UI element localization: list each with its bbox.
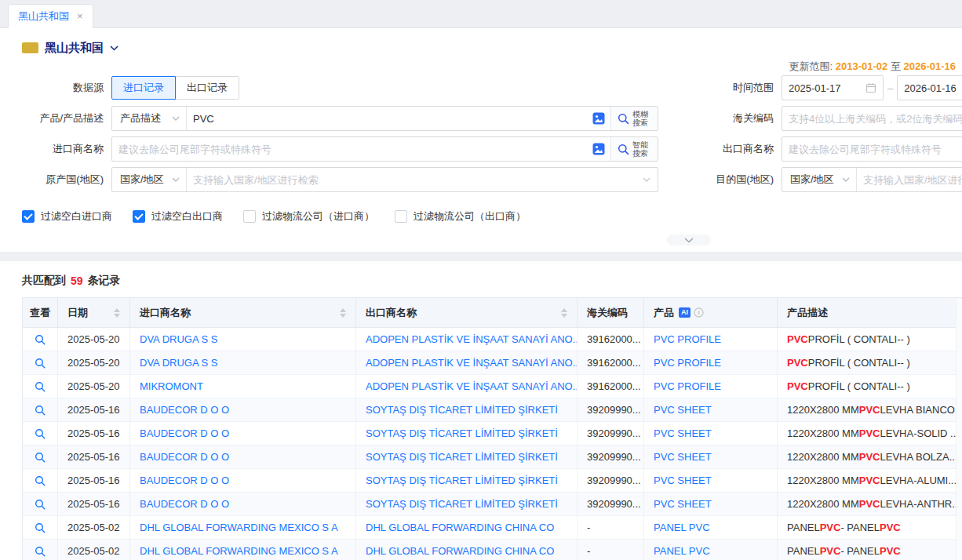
export-records-button[interactable]: 出口记录 bbox=[175, 76, 239, 100]
checkbox-icon[interactable] bbox=[22, 210, 35, 223]
view-record-button[interactable] bbox=[23, 469, 58, 493]
importer-link[interactable]: BAUDECOR D O O bbox=[130, 445, 356, 469]
importer-link[interactable]: DVA DRUGA S S bbox=[130, 351, 356, 375]
exporter-link[interactable]: ADOPEN PLASTİK VE İNŞAAT SANAYİ ANO... bbox=[356, 351, 578, 375]
product-link[interactable]: PVC SHEET bbox=[644, 445, 778, 469]
column-header-importer[interactable]: 进口商名称 bbox=[130, 298, 356, 328]
product-link[interactable]: PVC SHEET bbox=[644, 422, 778, 445]
product-link[interactable]: PVC SHEET bbox=[644, 469, 778, 493]
fuzzy-search-button[interactable]: 模糊搜索 bbox=[610, 107, 658, 130]
product-desc-select[interactable]: 产品描述 bbox=[112, 107, 187, 130]
info-icon[interactable]: i bbox=[694, 307, 704, 318]
hs-code-input[interactable] bbox=[782, 106, 962, 131]
view-record-button[interactable] bbox=[23, 375, 58, 398]
sort-icon[interactable] bbox=[107, 308, 120, 318]
importer-link[interactable]: DHL GLOBAL FORWARDING MEXICO S A bbox=[130, 516, 356, 540]
hs-code-cell: 39209990... bbox=[578, 445, 644, 469]
importer-link[interactable]: DVA DRUGA S S bbox=[130, 328, 356, 351]
view-record-button[interactable] bbox=[23, 351, 58, 375]
country-chevron-down-icon[interactable] bbox=[110, 45, 118, 51]
collapse-panel-button[interactable] bbox=[667, 235, 711, 245]
view-magnifier-icon bbox=[35, 499, 46, 510]
chevron-down-icon[interactable] bbox=[643, 177, 650, 182]
exporter-link[interactable]: SOYTAŞ DIŞ TİCARET LİMİTED ŞİRKETİ bbox=[356, 445, 578, 469]
view-magnifier-icon bbox=[35, 428, 46, 439]
filter-checkbox[interactable]: 过滤空白出口商 bbox=[133, 209, 223, 224]
sort-icon[interactable] bbox=[333, 308, 346, 318]
importer-link[interactable]: BAUDECOR D O O bbox=[130, 493, 356, 516]
column-header-date[interactable]: 日期 bbox=[58, 298, 130, 328]
end-date-picker[interactable]: 2026-01-16 bbox=[897, 75, 962, 100]
importer-input[interactable] bbox=[112, 138, 587, 160]
exporter-link[interactable]: DHL GLOBAL FORWARDING CHINA CO bbox=[356, 540, 578, 560]
view-record-button[interactable] bbox=[23, 422, 58, 445]
image-search-icon[interactable] bbox=[592, 112, 605, 125]
product-link[interactable]: PVC PROFILE bbox=[644, 328, 778, 351]
product-input[interactable] bbox=[187, 107, 587, 129]
table-row: 2025-05-20MIKROMONTADOPEN PLASTİK VE İNŞ… bbox=[23, 375, 962, 398]
origin-control: 国家/地区 bbox=[111, 167, 658, 192]
filter-checkbox[interactable]: 过滤物流公司（进口商） bbox=[243, 209, 374, 224]
update-range: 更新范围: 2013-01-02 至 2026-01-16 bbox=[0, 60, 962, 74]
column-header-product: 产品 AI i bbox=[644, 298, 778, 328]
start-date-picker[interactable]: 2025-01-17 bbox=[782, 75, 884, 100]
smart-search-label: 智能搜索 bbox=[632, 140, 651, 158]
checkbox-icon[interactable] bbox=[395, 210, 407, 223]
destination-country-select[interactable]: 国家/地区 bbox=[782, 168, 857, 191]
exporter-link[interactable]: SOYTAŞ DIŞ TİCARET LİMİTED ŞİRKETİ bbox=[356, 493, 578, 516]
exporter-link[interactable]: ADOPEN PLASTİK VE İNŞAAT SANAYİ ANO... bbox=[356, 328, 578, 351]
view-record-button[interactable] bbox=[23, 398, 58, 422]
filter-checkbox[interactable]: 过滤物流公司（出口商） bbox=[395, 209, 526, 224]
importer-link[interactable]: DHL GLOBAL FORWARDING MEXICO S A bbox=[130, 540, 356, 560]
exporter-link[interactable]: SOYTAŞ DIŞ TİCARET LİMİTED ŞİRKETİ bbox=[356, 469, 578, 493]
importer-link[interactable]: BAUDECOR D O O bbox=[130, 469, 356, 493]
table-body: 2025-05-20DVA DRUGA S SADOPEN PLASTİK VE… bbox=[23, 328, 962, 560]
column-header-exporter[interactable]: 出口商名称 bbox=[356, 298, 578, 328]
view-record-button[interactable] bbox=[23, 493, 58, 516]
importer-link[interactable]: BAUDECOR D O O bbox=[130, 398, 356, 422]
importer-link[interactable]: BAUDECOR D O O bbox=[130, 422, 356, 445]
view-record-button[interactable] bbox=[23, 445, 58, 469]
product-link[interactable]: PVC PROFILE bbox=[644, 351, 778, 375]
checkbox-icon[interactable] bbox=[243, 210, 256, 223]
exporter-link[interactable]: SOYTAŞ DIŞ TİCARET LİMİTED ŞİRKETİ bbox=[356, 398, 578, 422]
import-records-button[interactable]: 进口记录 bbox=[111, 76, 176, 100]
view-record-button[interactable] bbox=[23, 328, 58, 351]
origin-country-select[interactable]: 国家/地区 bbox=[112, 168, 187, 191]
checkbox-icon[interactable] bbox=[133, 210, 145, 223]
exporter-link[interactable]: ADOPEN PLASTİK VE İNŞAAT SANAYİ ANO... bbox=[356, 375, 578, 398]
product-link[interactable]: PANEL PVC bbox=[644, 516, 778, 540]
country-header[interactable]: 黑山共和国 bbox=[0, 28, 962, 58]
view-record-button[interactable] bbox=[23, 540, 58, 560]
filter-checkbox[interactable]: 过滤空白进口商 bbox=[22, 209, 112, 224]
view-record-button[interactable] bbox=[23, 516, 58, 540]
tab-close-icon[interactable]: × bbox=[77, 11, 83, 21]
exporter-link[interactable]: DHL GLOBAL FORWARDING CHINA CO bbox=[356, 516, 578, 540]
date-cell: 2025-05-16 bbox=[58, 445, 130, 469]
product-link[interactable]: PANEL PVC bbox=[644, 540, 778, 560]
destination-input[interactable] bbox=[857, 169, 962, 191]
start-date-value: 2025-01-17 bbox=[789, 82, 841, 94]
hs-code-cell: - bbox=[578, 516, 644, 540]
importer-link[interactable]: MIKROMONT bbox=[130, 375, 356, 398]
description-cell: 1220X2800 MM PVC LEVHA-ALUMI... bbox=[778, 469, 962, 493]
hs-code-cell: 39209990... bbox=[578, 398, 644, 422]
image-search-icon[interactable] bbox=[592, 143, 605, 155]
exporter-link[interactable]: SOYTAŞ DIŞ TİCARET LİMİTED ŞİRKETİ bbox=[356, 422, 578, 445]
product-search-control: 产品描述 模糊搜索 bbox=[111, 106, 658, 131]
exporter-input[interactable] bbox=[782, 136, 962, 162]
hs-code-cell: 39162000... bbox=[578, 328, 644, 351]
product-link[interactable]: PVC SHEET bbox=[644, 493, 778, 516]
product-link[interactable]: PVC PROFILE bbox=[644, 375, 778, 398]
update-range-to: 至 bbox=[891, 60, 901, 72]
product-link[interactable]: PVC SHEET bbox=[644, 398, 778, 422]
origin-input[interactable] bbox=[187, 169, 636, 191]
date-cell: 2025-05-16 bbox=[58, 493, 130, 516]
montenegro-flag-icon bbox=[22, 42, 38, 53]
smart-search-button[interactable]: 智能搜索 bbox=[610, 137, 658, 161]
vertical-scrollbar[interactable] bbox=[956, 299, 962, 560]
tab-montenegro[interactable]: 黑山共和国 × bbox=[8, 4, 93, 28]
sort-icon[interactable] bbox=[555, 308, 567, 318]
destination-label: 目的国(地区) bbox=[658, 173, 774, 187]
time-range-label: 时间范围 bbox=[658, 81, 774, 95]
